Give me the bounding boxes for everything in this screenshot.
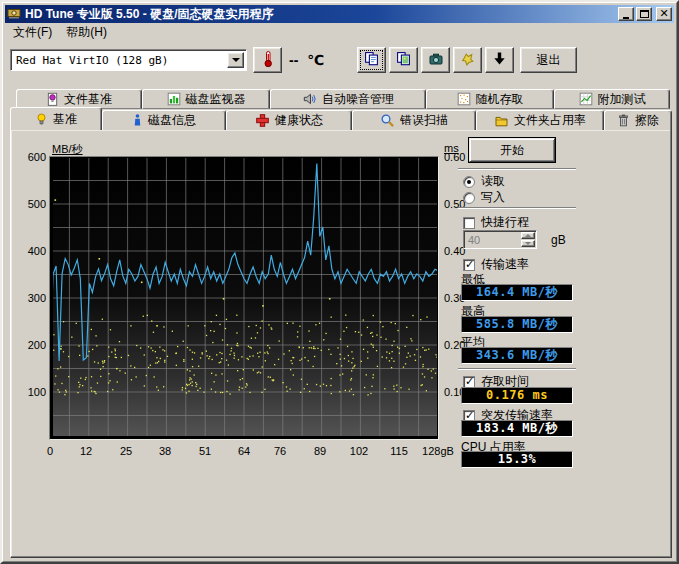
tab-random-access[interactable]: 随机存取: [426, 89, 554, 109]
exit-button[interactable]: 退出: [520, 47, 577, 73]
access-time-value: 0.176 ms: [461, 387, 573, 404]
avg-value: 343.6 MB/秒: [461, 347, 573, 364]
minimize-button[interactable]: [618, 7, 634, 21]
axis-tick-label: 0: [47, 445, 53, 457]
axis-tick-label: 115: [390, 445, 408, 457]
grid-chart-icon: [579, 92, 593, 106]
tab-label: 擦除: [635, 112, 659, 129]
window-title: HD Tune 专业版 5.50 - 硬盘/固态硬盘实用程序: [25, 6, 614, 23]
temperature-unit: ℃: [307, 52, 324, 68]
separator: [458, 207, 576, 209]
tab-erase[interactable]: 擦除: [604, 110, 672, 130]
tab-row-front: 基准磁盘信息健康状态错误扫描文件夹占用率擦除: [10, 107, 672, 130]
tab-aam[interactable]: 自动噪音管理: [270, 89, 426, 109]
tab-folder-usage[interactable]: 文件夹占用率: [476, 110, 604, 130]
axis-tick-label: 51: [199, 445, 211, 457]
read-radio[interactable]: 读取: [463, 173, 505, 190]
axis-tick-label: 100: [13, 386, 46, 398]
close-button[interactable]: [656, 7, 672, 21]
axis-tick-label: 25: [120, 445, 132, 457]
tab-label: 磁盘监视器: [186, 91, 246, 108]
max-value: 585.8 MB/秒: [461, 316, 573, 333]
camera-icon: [428, 52, 444, 69]
axis-tick-label: 400: [13, 245, 46, 257]
tab-extra-tests[interactable]: 附加测试: [554, 89, 670, 109]
title-bar: HD Tune 专业版 5.50 - 硬盘/固态硬盘实用程序: [5, 5, 674, 23]
dots-icon: [457, 92, 471, 106]
bars-icon: [167, 92, 181, 106]
axis-tick-label: 300: [13, 292, 46, 304]
tab-label: 健康状态: [275, 112, 323, 129]
minimize-icon: [623, 17, 629, 19]
copy-image-button[interactable]: [389, 47, 418, 73]
tab-row-back: 文件基准磁盘监视器自动噪音管理随机存取附加测试: [16, 88, 670, 109]
start-button-label: 开始: [500, 142, 524, 159]
tab-file-benchmark[interactable]: 文件基准: [16, 89, 142, 109]
chevron-down-icon: [232, 58, 240, 62]
screenshot-button[interactable]: [421, 47, 450, 73]
exit-button-label: 退出: [537, 52, 561, 69]
cpu-usage-value: 15.3%: [461, 451, 573, 468]
window: HD Tune 专业版 5.50 - 硬盘/固态硬盘实用程序 文件(F) 帮助(…: [0, 0, 679, 564]
benchmark-plot: [49, 156, 439, 440]
spinner-down-icon: [525, 242, 531, 245]
shortstroke-size-spinner: 40: [463, 230, 537, 249]
axis-tick-label: 500: [13, 198, 46, 210]
axis-tick-label: 12: [80, 445, 92, 457]
axis-tick-label: 64: [238, 445, 250, 457]
tab-label: 基准: [53, 111, 77, 128]
app-icon: [7, 6, 21, 23]
start-button[interactable]: 开始: [469, 138, 555, 162]
access-time-checkbox-control[interactable]: [463, 376, 475, 388]
maximize-button[interactable]: [636, 7, 652, 21]
write-radio-label: 写入: [481, 189, 505, 206]
tab-label: 错误扫描: [400, 112, 448, 129]
tab-disk-info[interactable]: 磁盘信息: [102, 110, 226, 130]
tab-health[interactable]: 健康状态: [226, 110, 352, 130]
axis-tick-label: 76: [274, 445, 286, 457]
axis-tick-label: 600: [13, 151, 46, 163]
temperature-value: --: [289, 52, 298, 68]
temperature-button[interactable]: [253, 47, 282, 73]
tab-label: 随机存取: [476, 91, 524, 108]
copy-icon: [364, 51, 379, 69]
tab-benchmark[interactable]: 基准: [10, 107, 102, 130]
axis-tick-label: 200: [13, 339, 46, 351]
tab-label: 磁盘信息: [148, 112, 196, 129]
write-radio[interactable]: 写入: [463, 189, 505, 206]
read-radio-control[interactable]: [463, 176, 475, 188]
menu-file[interactable]: 文件(F): [6, 22, 59, 43]
toolbar-buttons: [357, 47, 514, 73]
shortstroke-checkbox[interactable]: 快捷行程: [463, 214, 529, 231]
menu-help[interactable]: 帮助(H): [59, 22, 114, 43]
axis-tick-label: 38: [159, 445, 171, 457]
tab-disk-monitor[interactable]: 磁盘监视器: [142, 89, 270, 109]
save-results-button[interactable]: [485, 47, 514, 73]
tab-label: 附加测试: [598, 91, 646, 108]
speaker-icon: [302, 92, 317, 106]
doc-bulb-icon: [46, 92, 59, 107]
thermometer-icon: [261, 50, 275, 71]
copy-text-button[interactable]: [357, 47, 386, 73]
tab-label: 自动噪音管理: [322, 91, 394, 108]
axis-tick-label: 89: [314, 445, 326, 457]
write-radio-control[interactable]: [463, 192, 475, 204]
drive-select[interactable]: Red Hat VirtIO (128 gB): [10, 49, 247, 71]
trash-icon: [617, 113, 630, 128]
transfer-rate-checkbox-control[interactable]: [463, 259, 475, 271]
maximize-icon: [640, 10, 649, 18]
drive-select-arrow-button[interactable]: [227, 52, 244, 68]
export-icon: [460, 51, 475, 69]
spinner-down-button: [521, 240, 535, 247]
separator: [458, 168, 576, 170]
bulb-icon: [35, 112, 48, 127]
min-value: 164.4 MB/秒: [461, 284, 573, 301]
benchmark-panel: MB/秒 ms 600500400300200100 0.600.500.400…: [10, 129, 672, 558]
close-icon: [659, 9, 668, 19]
shortstroke-checkbox-control[interactable]: [463, 217, 475, 229]
tab-error-scan[interactable]: 错误扫描: [352, 110, 476, 130]
copy-image-icon: [396, 51, 411, 69]
axis-tick-label: 102: [350, 445, 368, 457]
export-button[interactable]: [453, 47, 482, 73]
shortstroke-unit-label: gB: [551, 233, 566, 247]
